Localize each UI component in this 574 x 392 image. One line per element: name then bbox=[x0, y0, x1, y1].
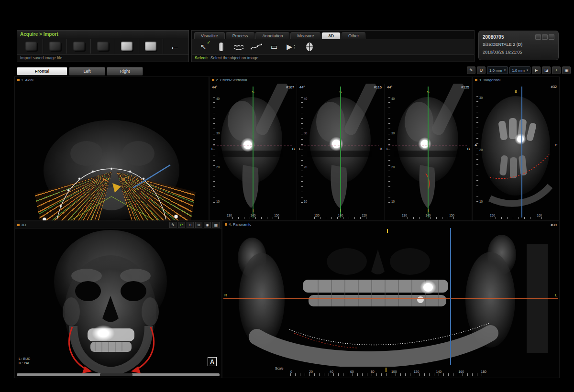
ruler-number: 40 bbox=[391, 97, 395, 100]
ruler-number: 20 bbox=[304, 165, 307, 169]
orientation-right: B bbox=[292, 147, 295, 151]
volume-panel[interactable]: 3D ✎ P H ⊕ ◉ ▦ bbox=[14, 221, 222, 378]
camera-button[interactable] bbox=[115, 39, 139, 54]
cross-sectional-panel[interactable]: 2. Cross-Sectional 44° #107 S L B bbox=[209, 76, 472, 221]
tangential-image bbox=[473, 84, 559, 220]
teeth-arrange-button[interactable] bbox=[233, 41, 244, 53]
view-mini-toolbar: ✎ U 1.0 mm ▾ 1.0 mm ▾ ► ◪ + ▣ bbox=[467, 66, 571, 74]
pin-button[interactable]: ◉ bbox=[204, 222, 211, 228]
orientation-right: B bbox=[380, 147, 382, 151]
profile-toggle-button[interactable]: P bbox=[178, 222, 185, 228]
camera-icon bbox=[121, 42, 132, 51]
scrollbar-thumb[interactable] bbox=[100, 373, 132, 376]
tangential-panel-title: 3. Tangential bbox=[475, 78, 500, 82]
ruler-number: 20 bbox=[309, 370, 313, 373]
horizontal-ruler: 150160 bbox=[490, 214, 542, 219]
ruler-number: 10 bbox=[216, 200, 220, 203]
acquire-breadcrumb: Acquire > Import bbox=[17, 31, 188, 38]
curve-tool-button[interactable] bbox=[251, 41, 262, 53]
layout-tab-frontal[interactable]: Frontal bbox=[17, 67, 67, 76]
tab-annotation[interactable]: Annotation bbox=[255, 32, 289, 39]
tangential-reference-line[interactable] bbox=[521, 87, 522, 218]
orientation-anterior-label: A bbox=[210, 359, 214, 365]
slice-thickness-select[interactable]: 1.0 mm ▾ bbox=[487, 66, 508, 74]
ruler-number: 130 bbox=[227, 214, 232, 217]
invert-button[interactable]: ◪ bbox=[542, 66, 551, 74]
pen-tool-button[interactable]: ✎ bbox=[169, 222, 177, 228]
ruler-number: 80 bbox=[371, 370, 375, 373]
ruler-number: 150 bbox=[274, 214, 279, 217]
panoramic-panel[interactable]: 4. Panoramic #39 bbox=[222, 221, 560, 378]
study-datetime: 2010/03/26 16:21:05 bbox=[483, 48, 554, 56]
h-view-button[interactable]: H bbox=[187, 222, 194, 228]
snapshot-button[interactable]: ▦ bbox=[212, 222, 220, 228]
panoramic-cross-reference-line[interactable] bbox=[450, 228, 451, 365]
cross-reference-line[interactable] bbox=[428, 87, 429, 218]
volume-scan-button[interactable] bbox=[19, 39, 43, 54]
layout-grid-button[interactable]: ▣ bbox=[562, 66, 571, 74]
tab-other[interactable]: Other bbox=[342, 32, 366, 39]
ruler-number: 20 bbox=[391, 165, 395, 169]
ruler-unit-label: Scale bbox=[275, 367, 284, 370]
horizontal-ruler: 130140150 bbox=[402, 214, 454, 219]
move-view-button[interactable]: ► bbox=[532, 66, 541, 74]
volume-scrollbar[interactable] bbox=[17, 373, 220, 376]
ruler-number: 20 bbox=[479, 148, 483, 152]
pin-icon: ◉ bbox=[206, 223, 209, 227]
status-label: Select: bbox=[195, 55, 208, 60]
tab-measure[interactable]: Measure bbox=[290, 32, 320, 39]
panoramic-title-text: 4. Panoramic bbox=[229, 222, 251, 227]
volume-header-icons: ✎ P H ⊕ ◉ ▦ bbox=[169, 222, 221, 228]
window-button-3[interactable] bbox=[549, 34, 554, 40]
tab-visualize[interactable]: Visualize bbox=[194, 32, 225, 39]
axes-button[interactable]: ⊕ bbox=[195, 222, 202, 228]
panel-bullet-icon bbox=[225, 223, 227, 226]
crosshair-button[interactable]: + bbox=[552, 66, 561, 74]
ruler-number: 140 bbox=[426, 214, 431, 217]
panoramic-axial-reference-line[interactable] bbox=[223, 298, 558, 299]
layout-tab-right[interactable]: Right bbox=[107, 67, 143, 76]
mask-tool-button[interactable] bbox=[304, 41, 315, 53]
ruler-number: 0 bbox=[290, 370, 292, 373]
tab-process[interactable]: Process bbox=[226, 32, 255, 39]
clip-tool-button[interactable]: ▶ ⋮ bbox=[286, 41, 298, 53]
ribbon-tool-row: ↖ ✓ ▭ ▶ ⋮ bbox=[192, 39, 474, 54]
import-button[interactable] bbox=[139, 39, 163, 54]
layout-tab-bar: Frontal Left Right bbox=[17, 67, 143, 76]
panoramic-ruler: 020406080100120140160180 bbox=[290, 370, 486, 376]
cross-slice-3[interactable]: 44° #125 S L B I 40302010 130 bbox=[385, 84, 472, 220]
patient-info-box: 20080705 Size:DENTALE 2 (D) 2010/03/26 1… bbox=[478, 31, 559, 60]
cross-reference-line[interactable] bbox=[253, 87, 254, 218]
implant-tool-button[interactable] bbox=[215, 41, 227, 53]
tab-3d[interactable]: 3D bbox=[321, 32, 341, 39]
pen-tool-button[interactable]: ✎ bbox=[467, 66, 475, 74]
ruler-number: 150 bbox=[362, 214, 367, 217]
back-button[interactable]: ← bbox=[163, 39, 187, 54]
crop-tool-button[interactable]: ▭ bbox=[268, 41, 280, 53]
vertical-ruler: 40302010 bbox=[388, 97, 397, 203]
axial-panel[interactable]: 1. Axial bbox=[14, 76, 209, 221]
u-tool-button[interactable]: U bbox=[477, 66, 486, 74]
ruler-number: 30 bbox=[391, 131, 395, 135]
sensor-button[interactable] bbox=[91, 39, 115, 54]
status-text: Select the object on image bbox=[210, 55, 258, 60]
letter-u-icon: U bbox=[480, 68, 483, 73]
ruler-number: 130 bbox=[402, 214, 407, 217]
slice-interval-select[interactable]: 1.0 mm ▾ bbox=[509, 66, 530, 74]
cross-panel-title: 2. Cross-Sectional bbox=[212, 78, 247, 82]
cross-slice-2[interactable]: 44° #116 S L B I 40302010 130140150 bbox=[297, 84, 385, 220]
orientation-right: B bbox=[467, 147, 470, 151]
implant-parts-button[interactable] bbox=[67, 39, 91, 54]
window-button-2[interactable] bbox=[542, 34, 548, 40]
select-arrow-icon: ↖ bbox=[200, 43, 207, 51]
ruler-number: 40 bbox=[304, 97, 307, 100]
tangential-panel[interactable]: 3. Tangential #32 S A P 302010 150160 bbox=[472, 76, 560, 221]
cross-slice-1[interactable]: 44° #107 S L B I 40302010 130140150 bbox=[210, 84, 297, 220]
cross-reference-line[interactable] bbox=[340, 87, 341, 218]
orientation-right-label: R bbox=[224, 293, 227, 297]
window-button-1[interactable] bbox=[535, 34, 541, 40]
orientation-inferior: I bbox=[253, 208, 254, 213]
ct-scanner-button[interactable] bbox=[43, 39, 67, 54]
layout-tab-left[interactable]: Left bbox=[69, 67, 105, 76]
select-tool-button[interactable]: ↖ ✓ bbox=[198, 41, 209, 53]
